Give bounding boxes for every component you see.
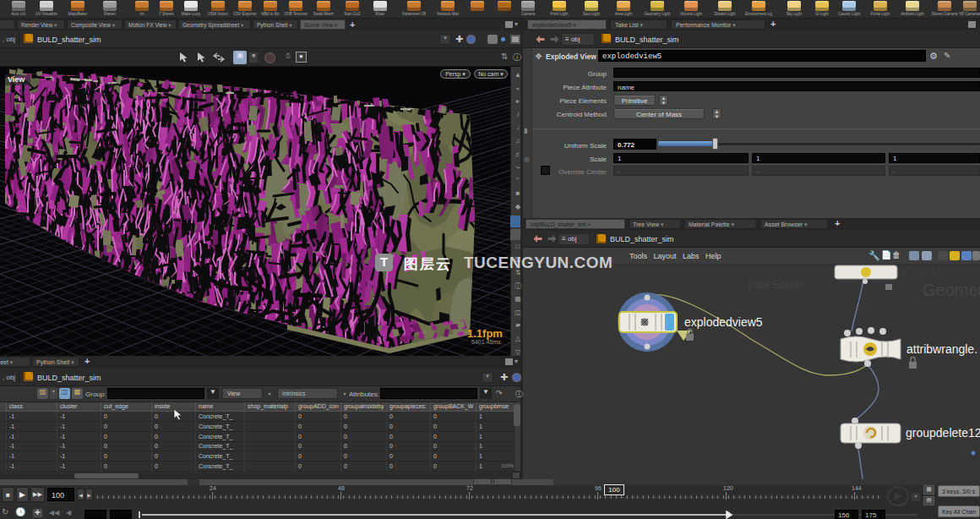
svg-text:groupdelete12: groupdelete12	[906, 426, 980, 440]
svg-text:explodedview5: explodedview5	[684, 315, 763, 329]
svg-text:Geometry: Geometry	[923, 281, 980, 299]
svg-text:Indie Edition: Indie Edition	[748, 279, 803, 291]
svg-text:clean1: clean1	[904, 265, 936, 277]
svg-text:attribwrangle.: attribwrangle.	[906, 342, 977, 356]
